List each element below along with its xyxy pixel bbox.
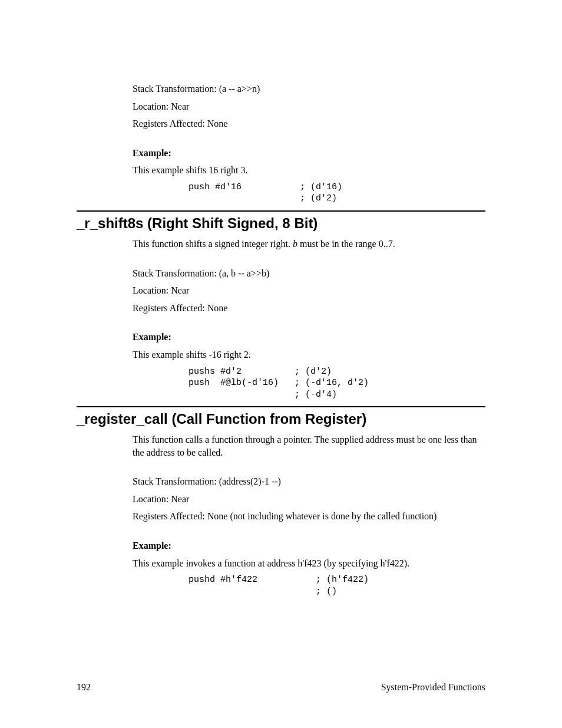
registers-line: Registers Affected: None (133, 302, 485, 315)
section-heading-r-shift8s: _r_shift8s (Right Shift Signed, 8 Bit) (77, 215, 485, 232)
example-label: Example: (133, 331, 485, 344)
example-description: This example invokes a function at addre… (133, 557, 485, 570)
page-footer: 192 System-Provided Functions (77, 682, 485, 693)
stack-transformation: Stack Transformation: (a -- a>>n) (133, 83, 485, 95)
section-divider (77, 210, 485, 212)
section-body-r-shift8s: This function shifts a signed integer ri… (133, 238, 485, 400)
desc-italic-b: b (293, 239, 297, 249)
section-body-register-call: This function calls a function through a… (133, 433, 485, 597)
example-description: This example shifts -16 right 2. (133, 348, 485, 361)
location-line: Location: Near (133, 493, 485, 506)
registers-line: Registers Affected: None (not including … (133, 510, 485, 523)
registers-line: Registers Affected: None (133, 117, 485, 130)
example-label: Example: (133, 147, 485, 160)
section-heading-register-call: _register_call (Call Function from Regis… (77, 411, 485, 427)
stack-transformation: Stack Transformation: (address(2)-1 --) (133, 475, 485, 488)
section-description: This function shifts a signed integer ri… (133, 238, 485, 251)
example-label: Example: (133, 539, 485, 552)
page-content: Stack Transformation: (a -- a>>n) Locati… (0, 0, 562, 597)
intro-block: Stack Transformation: (a -- a>>n) Locati… (133, 83, 485, 205)
code-example: push #d'16 ; (d'16) ; (d'2) (189, 182, 485, 205)
code-example: pushd #h'f422 ; (h'f422) ; () (189, 574, 485, 597)
location-line: Location: Near (133, 284, 485, 297)
desc-part-c: must be in the range 0..7. (297, 239, 395, 249)
desc-part-a: This function shifts a signed integer ri… (133, 239, 293, 249)
page-number: 192 (77, 682, 91, 693)
chapter-title: System-Provided Functions (381, 682, 485, 693)
code-example: pushs #d'2 ; (d'2) push #@lb(-d'16) ; (-… (189, 366, 485, 401)
stack-transformation: Stack Transformation: (a, b -- a>>b) (133, 267, 485, 280)
location-line: Location: Near (133, 100, 485, 113)
example-description: This example shifts 16 right 3. (133, 164, 485, 177)
section-description: This function calls a function through a… (133, 433, 485, 459)
section-divider (77, 406, 485, 407)
